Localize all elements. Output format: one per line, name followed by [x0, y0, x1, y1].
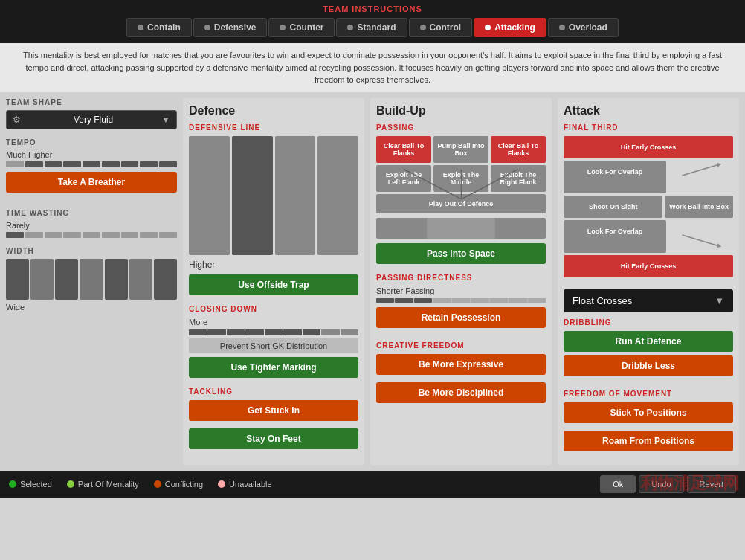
tws-9 — [159, 232, 177, 238]
passing-grid-wrapper: Clear Ball ToFlanks Pump Ball Into Box C… — [376, 136, 546, 239]
bottom-bar: Selected Part Of Mentality Conflicting U… — [0, 471, 745, 498]
cds-1 — [189, 329, 207, 335]
tab-attacking[interactable]: Attacking — [474, 18, 546, 37]
time-wasting-section: TIME WASTING Rarely — [6, 209, 177, 238]
gk-box-inner — [427, 218, 494, 239]
be-more-disciplined-button[interactable]: Be More Disciplined — [376, 382, 546, 403]
wc-1 — [6, 259, 29, 300]
defensive-line-label: DEFENSIVE LINE — [189, 123, 358, 132]
pg-clear-ball-right[interactable]: Clear Ball ToFlanks — [491, 136, 546, 163]
pass-into-space-button[interactable]: Pass Into Space — [376, 243, 546, 264]
ag-row-2: Look For Overlap — [564, 161, 733, 193]
cds-5 — [265, 329, 283, 335]
ok-button[interactable]: Ok — [600, 475, 636, 493]
passing-directness-slider[interactable] — [376, 298, 546, 303]
tab-label-attacking: Attacking — [494, 22, 535, 33]
ag-row-5: Hit Early Crosses — [564, 255, 733, 277]
team-shape-select[interactable]: ⚙ Very Fluid ▼ — [6, 110, 177, 129]
ag-row-1: Hit Early Crosses — [564, 136, 733, 158]
time-wasting-slider[interactable] — [6, 232, 177, 238]
tab-label-counter: Counter — [289, 22, 323, 33]
ag-hit-early-crosses-bot[interactable]: Hit Early Crosses — [564, 255, 733, 277]
tws-3 — [45, 232, 62, 238]
tab-defensive[interactable]: Defensive — [193, 18, 268, 37]
width-visual — [6, 259, 177, 300]
pg-play-out[interactable]: Play Out Of Defence — [376, 194, 546, 213]
tab-label-contain: Contain — [147, 22, 181, 33]
tempo-slider[interactable] — [6, 161, 177, 167]
get-stuck-in-button[interactable]: Get Stuck In — [189, 400, 358, 421]
ts-3 — [45, 161, 62, 167]
pg-exploit-right[interactable]: Exploit TheRight Flank — [491, 165, 546, 192]
be-more-expressive-button[interactable]: Be More Expressive — [376, 354, 546, 375]
tab-counter[interactable]: Counter — [268, 18, 335, 37]
ag-look-for-overlap-top[interactable]: Look For Overlap — [564, 161, 666, 193]
stick-to-positions-button[interactable]: Stick To Positions — [564, 402, 733, 423]
roam-from-positions-button[interactable]: Roam From Positions — [564, 431, 733, 451]
legend-dot-conflicting — [154, 480, 161, 488]
use-offside-trap-button[interactable]: Use Offside Trap — [189, 274, 358, 295]
wc-5 — [105, 259, 128, 300]
ts-9 — [159, 161, 177, 167]
tws-7 — [121, 232, 139, 238]
float-crosses-dropdown[interactable]: Float Crosses ▼ — [564, 289, 733, 312]
time-wasting-value: Rarely — [6, 221, 177, 230]
tws-4 — [63, 232, 81, 238]
tackling-section: TACKLING Get Stuck In Stay On Feet — [189, 387, 358, 453]
pg-exploit-left[interactable]: Exploit TheLeft Flank — [376, 165, 431, 192]
cds-9 — [341, 329, 358, 335]
tab-label-standard: Standard — [357, 22, 396, 33]
tempo-label: TEMPO — [6, 138, 177, 147]
tab-label-defensive: Defensive — [214, 22, 257, 33]
tab-dot-defensive — [204, 25, 210, 30]
pds-3 — [414, 298, 432, 303]
pds-1 — [376, 298, 394, 303]
use-tighter-marking-button[interactable]: Use Tighter Marking — [189, 357, 358, 378]
legend-dot-unavailable — [218, 480, 225, 488]
cds-7 — [303, 329, 320, 335]
cds-8 — [321, 329, 339, 335]
tab-overload[interactable]: Overload — [548, 18, 619, 37]
legend-unavailable: Unavailable — [218, 480, 271, 489]
pds-5 — [452, 298, 470, 303]
run-at-defence-button[interactable]: Run At Defence — [564, 331, 733, 352]
header-title: TEAM INSTRUCTIONS — [0, 4, 745, 13]
attack-title: Attack — [564, 104, 733, 118]
closing-down-slider[interactable] — [189, 329, 358, 335]
time-wasting-label: TIME WASTING — [6, 209, 177, 217]
dl-col-3 — [275, 136, 316, 255]
ag-work-ball-into-box[interactable]: Work Ball Into Box — [665, 196, 733, 218]
content-area: TEAM SHAPE ⚙ Very Fluid ▼ TEMPO Much Hig… — [0, 92, 745, 471]
take-breather-button[interactable]: Take A Breather — [6, 172, 177, 193]
legend-dot-selected — [9, 480, 16, 488]
header: TEAM INSTRUCTIONS Contain Defensive Coun… — [0, 0, 745, 43]
ts-5 — [83, 161, 100, 167]
defence-title: Defence — [189, 104, 358, 118]
cds-3 — [227, 329, 245, 335]
passing-directness-value: Shorter Passing — [376, 286, 546, 295]
description: This mentality is best employed for matc… — [0, 43, 745, 92]
pg-pump-ball[interactable]: Pump Ball Into Box — [433, 136, 488, 163]
pg-exploit-middle[interactable]: Exploit The Middle — [433, 165, 488, 192]
ag-look-for-overlap-bot[interactable]: Look For Overlap — [564, 220, 666, 253]
ag-shoot-on-sight[interactable]: Shoot On Sight — [564, 196, 662, 218]
legend-label-conflicting: Conflicting — [165, 480, 203, 489]
revert-button[interactable]: Revert — [687, 475, 736, 493]
tab-control[interactable]: Control — [409, 18, 473, 37]
defensive-line-value: Higher — [189, 260, 358, 270]
retain-possession-button[interactable]: Retain Possession — [376, 307, 546, 328]
legend-selected: Selected — [9, 480, 52, 489]
ag-arrow-area-bot — [668, 220, 733, 253]
tab-standard[interactable]: Standard — [336, 18, 407, 37]
dribble-less-button[interactable]: Dribble Less — [564, 355, 733, 376]
undo-button[interactable]: Undo — [639, 475, 683, 493]
buildup-column: Build-Up PASSING Clear Ball ToFlanks Pum… — [370, 98, 552, 465]
stay-on-feet-button[interactable]: Stay On Feet — [189, 428, 358, 449]
tab-dot-attacking — [485, 25, 491, 30]
passing-grid: Clear Ball ToFlanks Pump Ball Into Box C… — [376, 136, 546, 213]
ts-1 — [6, 161, 24, 167]
pg-clear-ball-left[interactable]: Clear Ball ToFlanks — [376, 136, 431, 163]
tab-contain[interactable]: Contain — [126, 18, 192, 37]
ag-hit-early-crosses-top[interactable]: Hit Early Crosses — [564, 136, 733, 158]
cds-4 — [245, 329, 263, 335]
